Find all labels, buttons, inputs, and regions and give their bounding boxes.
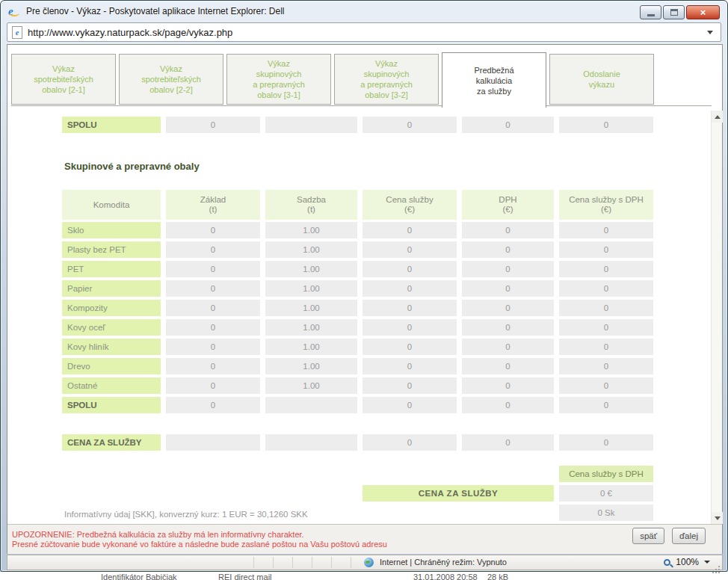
value-cell: 0	[559, 222, 653, 238]
header-cell: Cena služby (€)	[363, 190, 457, 220]
value-cell: 0	[363, 280, 457, 297]
address-bar: e http://www.vykazy.naturpack.sk/page/vy…	[7, 22, 721, 42]
row-label-cell: Ostatné	[62, 377, 161, 394]
value-cell: 0	[559, 434, 653, 451]
row-label-cell: Kovy hliník	[62, 339, 161, 355]
header-cell: Cena služby s DPH (€)	[559, 190, 653, 220]
background-text: 28 kB	[487, 573, 508, 580]
table-row: PET 0 1.00 0 0 0	[62, 261, 653, 277]
table-row: Drevo 0 1.00 0 0 0	[62, 358, 653, 374]
tab-predbezna-kalkulacia[interactable]: Predbežná kalkulácia za služby	[442, 52, 546, 108]
conversion-note: Informatívny údaj [SKK], konverzný kurz:…	[64, 506, 308, 522]
value-cell: 0	[363, 117, 457, 133]
table-row: Kovy oceľ 0 1.00 0 0 0	[62, 319, 653, 336]
browser-window: e Pre členov - Výkaz - Poskytovatel apli…	[0, 0, 728, 572]
value-cell: 0	[363, 377, 457, 394]
value-cell: 0	[462, 222, 554, 238]
value-cell	[265, 397, 357, 413]
value-cell: 0	[462, 434, 554, 451]
value-cell: 0	[559, 261, 653, 277]
tab-vykaz-skupinovych-obalov-3-2[interactable]: Výkaz skupinových a prepravných obalov […	[334, 54, 439, 105]
tab-vykaz-spotrebitelskych-obalov-2-2[interactable]: Výkaz spotrebiteľských obalov [2-2]	[119, 54, 223, 105]
value-cell: 0	[363, 434, 457, 451]
value-cell: 0	[462, 300, 554, 316]
section-heading: Skupinové a prepravné obaly	[64, 161, 200, 172]
value-cell: 0	[462, 241, 554, 258]
wizard-nav-buttons: späť ďalej	[632, 528, 706, 544]
ie-logo-icon: e	[8, 5, 22, 17]
scroll-up-button[interactable]	[712, 111, 723, 123]
value-cell: 1.00	[265, 261, 357, 277]
value-cell: 0	[462, 339, 554, 355]
row-label-cell: Plasty bez PET	[62, 241, 161, 258]
table-header-row: Komodita Základ (t) Sadzba (t) Cena služ…	[62, 190, 653, 220]
table-row: Ostatné 0 1.00 0 0 0	[62, 377, 653, 394]
statusbar-separator	[273, 557, 274, 568]
tab-vykaz-skupinovych-obalov-3-1[interactable]: Výkaz skupinových a prepravných obalov […	[226, 54, 331, 105]
row-label-cell: SPOLU	[62, 397, 161, 413]
url-text: http://www.vykazy.naturpack.sk/page/vyka…	[28, 27, 232, 38]
page-icon: e	[12, 26, 22, 39]
value-cell: 0	[363, 319, 457, 336]
value-cell: 0	[363, 241, 457, 258]
value-cell: 0	[166, 261, 260, 277]
statusbar-separator	[351, 557, 351, 568]
value-cell: 0	[166, 377, 260, 394]
tab-vykaz-spotrebitelskych-obalov-2-1[interactable]: Výkaz spotrebiteľských obalov [2-1]	[11, 54, 116, 105]
value-cell: 0	[166, 358, 260, 374]
row-label-cell: CENA ZA SLUŽBY	[62, 434, 161, 451]
value-cell: 0	[462, 358, 554, 374]
row-label-cell: Kompozity	[62, 300, 161, 316]
table-row: Papier 0 1.00 0 0 0	[62, 280, 653, 297]
zoom-control[interactable]: 100%	[664, 557, 710, 567]
value-cell: 0	[363, 222, 457, 238]
minimize-icon	[647, 14, 655, 16]
header-cell: Sadzba (t)	[265, 190, 357, 220]
value-cell: 0	[462, 117, 554, 133]
commodity-table: Sklo 0 1.00 0 0 0 Plasty bez PET 0 1.00 …	[62, 222, 653, 416]
value-cell: 0	[166, 241, 260, 258]
value-cell: 0	[462, 377, 554, 394]
resize-grip[interactable]	[718, 566, 720, 567]
row-label-cell: Sklo	[62, 222, 161, 238]
next-button[interactable]: ďalej	[672, 528, 706, 544]
address-input[interactable]: e http://www.vykazy.naturpack.sk/page/vy…	[7, 22, 721, 42]
header-cell: Základ (t)	[166, 190, 260, 220]
value-cell: 0	[559, 319, 653, 336]
scroll-down-button[interactable]	[712, 512, 723, 524]
value-cell: 0	[363, 358, 457, 374]
row-label-cell: Drevo	[62, 358, 161, 374]
warning-line-2: Presné zúčtovanie bude vykonané vo faktú…	[12, 540, 387, 549]
value-cell: 0	[166, 280, 260, 297]
row-label-cell: Kovy oceľ	[62, 319, 161, 336]
tab-odoslanie-vykazu[interactable]: Odoslanie výkazu	[549, 54, 654, 105]
magnifier-icon	[664, 559, 670, 566]
value-cell: 0	[559, 358, 653, 374]
summary-skk-cell: 0 Sk	[559, 505, 653, 521]
warning-text: UPOZORNENIE: Predbežná kalkulácia za slu…	[12, 530, 387, 549]
value-cell: 0	[462, 261, 554, 277]
security-zone-text: Internet | Chráněný režim: Vypnuto	[380, 558, 507, 567]
close-button[interactable]: ×	[686, 5, 720, 19]
maximize-icon	[670, 9, 678, 16]
statusbar-separator	[312, 557, 312, 568]
warning-line-1: UPOZORNENIE: Predbežná kalkulácia za slu…	[12, 530, 387, 540]
table-row: Plasty bez PET 0 1.00 0 0 0	[62, 241, 653, 258]
zoom-dropdown-arrow-icon[interactable]	[704, 561, 710, 564]
top-summary-row: SPOLU 0 0 0 0	[62, 117, 653, 133]
back-button[interactable]: späť	[632, 528, 664, 544]
summary-eur-cell: 0 €	[559, 485, 653, 502]
minimize-button[interactable]	[640, 5, 661, 19]
page-footer-bar: UPOZORNENIE: Predbežná kalkulácia za slu…	[7, 524, 722, 554]
value-cell: 1.00	[265, 300, 357, 316]
row-label-cell: Papier	[62, 280, 161, 297]
page-scrollbar[interactable]	[711, 111, 722, 524]
value-cell: 0	[559, 280, 653, 297]
status-bar: Internet | Chráněný režim: Vypnuto 100%	[7, 555, 723, 570]
value-cell	[265, 434, 357, 451]
address-dropdown-arrow-icon[interactable]	[707, 31, 713, 34]
maximize-button[interactable]	[663, 5, 685, 19]
value-cell	[166, 434, 260, 451]
table-total-row: SPOLU 0 0 0 0	[62, 397, 653, 413]
statusbar-separator	[331, 557, 332, 568]
